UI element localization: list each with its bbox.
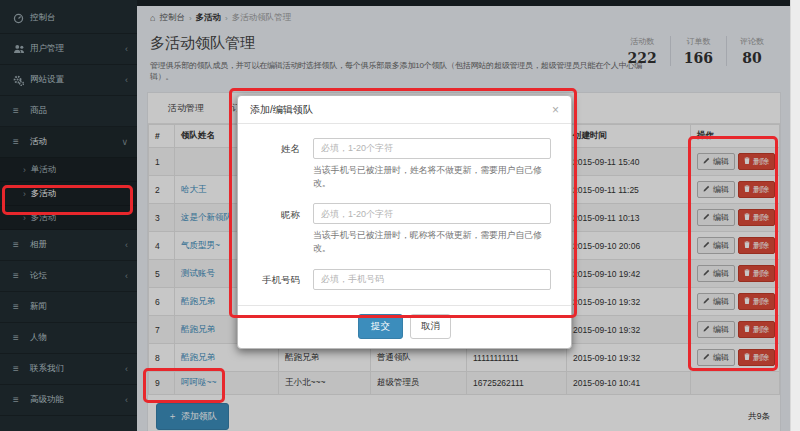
leader-name-link[interactable]: 酷跑兄弟 <box>181 324 215 334</box>
edit-button[interactable]: 编辑 <box>697 153 735 170</box>
field-label: 手机号码 <box>252 268 300 290</box>
chevron-icon: ‹ <box>125 75 128 85</box>
chevron-icon: ‹ <box>125 271 128 281</box>
sidebar-subitem-label: 单活动 <box>31 164 57 176</box>
cell-index: 4 <box>149 232 175 260</box>
cell-created-time: 2015-09-10 19:32 <box>567 316 691 344</box>
menu-icon: ≡ <box>13 333 30 343</box>
leader-name-link[interactable]: 气质型男~ <box>181 240 220 250</box>
delete-button[interactable]: 删除 <box>738 209 775 226</box>
sidebar-item-forum[interactable]: ≡论坛‹ <box>0 261 137 292</box>
leader-name-link[interactable]: 酷跑兄弟 <box>181 296 215 306</box>
chevron-icon: ‹ <box>125 395 128 405</box>
delete-button[interactable]: 删除 <box>738 265 775 282</box>
trash-icon <box>744 297 750 306</box>
menu-icon: ≡ <box>13 271 30 281</box>
cell-actions <box>691 372 780 395</box>
breadcrumb-separator: › <box>189 14 192 23</box>
phone-input[interactable] <box>313 269 551 290</box>
content-header: ⌂控制台›多活动›多活动领队管理 多活动领队管理 管理俱乐部的领队成员，并可以在… <box>137 6 800 82</box>
stat-value: 166 <box>684 50 713 66</box>
menu-icon: ≡ <box>13 364 30 374</box>
menu-icon: ≡ <box>13 240 30 250</box>
field-control: 当该手机号已被注册时，昵称将不做更新，需要用户自己修改。 <box>313 203 551 256</box>
edit-button[interactable]: 编辑 <box>697 181 735 198</box>
sidebar-item-user-management[interactable]: 用户管理‹ <box>0 34 137 65</box>
chevron-icon: ∨ <box>121 137 128 147</box>
cell-actions: 编辑删除 <box>691 204 780 232</box>
sidebar-item-multi-activity[interactable]: ›多活动 <box>0 182 137 206</box>
sidebar-item-people[interactable]: ≡人物 <box>0 323 137 354</box>
stat-label: 评论数 <box>740 36 764 47</box>
add-leader-button[interactable]: ＋ 添加领队 <box>156 403 229 430</box>
column-header: 创建时间 <box>567 125 691 148</box>
menu-icon: ≡ <box>13 395 30 405</box>
sidebar-item-activity[interactable]: ≡活动∨ <box>0 127 137 158</box>
breadcrumb-item[interactable]: 控制台 <box>159 12 185 24</box>
edit-button[interactable]: 编辑 <box>697 265 735 282</box>
cell-index: 8 <box>149 344 175 372</box>
sidebar-item-news[interactable]: ≡新闻 <box>0 292 137 323</box>
edit-button[interactable]: 编辑 <box>697 321 735 338</box>
tab-activity-management[interactable]: 活动管理 <box>154 93 218 123</box>
delete-button[interactable]: 删除 <box>738 181 775 198</box>
trash-icon <box>744 269 750 278</box>
breadcrumb-item[interactable]: 多活动 <box>196 12 222 24</box>
edit-button[interactable]: 编辑 <box>697 209 735 226</box>
cell-created-time: 2015-09-10 10:41 <box>567 372 691 395</box>
sidebar: 控制台用户管理‹网站设置‹≡商品≡活动∨›单活动›多活动›多活动≡相册‹≡论坛‹… <box>0 0 137 431</box>
cell-index: 1 <box>149 148 175 176</box>
field-label: 姓名 <box>252 137 300 190</box>
pencil-icon <box>703 241 710 250</box>
leader-name-link[interactable]: 这是个新领队 <box>181 212 232 222</box>
page-description: 管理俱乐部的领队成员，并可以在编辑活动时选择领队，每个俱乐部最多添加10个领队（… <box>150 60 660 82</box>
sidebar-item-contact-us[interactable]: ≡联系我们‹ <box>0 354 137 385</box>
delete-button[interactable]: 删除 <box>738 293 775 310</box>
scrollbar[interactable] <box>790 0 800 431</box>
field-help-text: 当该手机号已被注册时，昵称将不做更新，需要用户自己修改。 <box>313 229 551 255</box>
pencil-icon <box>703 213 710 222</box>
form-row-phone: 手机号码 <box>252 268 551 290</box>
sidebar-item-dashboard[interactable]: 控制台 <box>0 3 137 34</box>
sidebar-item-label: 人物 <box>30 332 128 344</box>
leader-name-link[interactable]: 测试账号 <box>181 268 215 278</box>
cell-created-time: 2015-09-10 19:42 <box>567 260 691 288</box>
pencil-icon <box>703 157 710 166</box>
nickname-input[interactable] <box>313 203 551 224</box>
sidebar-item-label: 相册 <box>30 239 125 251</box>
stat-item: 评论数80 <box>726 36 777 66</box>
stat-value: 222 <box>628 50 657 66</box>
delete-button[interactable]: 删除 <box>738 237 775 254</box>
delete-button[interactable]: 删除 <box>738 349 775 366</box>
pencil-icon <box>703 297 710 306</box>
sidebar-item-album[interactable]: ≡相册‹ <box>0 230 137 261</box>
delete-button[interactable]: 删除 <box>738 321 775 338</box>
leader-name-link[interactable]: 酷跑兄弟 <box>181 352 215 362</box>
leader-name-link[interactable]: 呵呵哒~~ <box>181 377 216 387</box>
sidebar-item-multi-activity-2[interactable]: ›多活动 <box>0 206 137 230</box>
submit-button[interactable]: 提交 <box>358 314 403 339</box>
sidebar-item-label: 论坛 <box>30 270 125 282</box>
stats-panel: 活动数222订单数166评论数80 <box>615 36 777 66</box>
cell-nickname: 王小北~~~ <box>279 372 371 395</box>
sidebar-item-label: 网站设置 <box>30 74 125 86</box>
leader-name-link[interactable]: 哈大王 <box>181 184 207 194</box>
sidebar-subitem-label: 多活动 <box>31 212 57 224</box>
sidebar-item-site-settings[interactable]: 网站设置‹ <box>0 65 137 96</box>
home-icon: ⌂ <box>150 13 155 23</box>
edit-button[interactable]: 编辑 <box>697 237 735 254</box>
sidebar-item-single-activity[interactable]: ›单活动 <box>0 158 137 182</box>
edit-button[interactable]: 编辑 <box>697 293 735 310</box>
cancel-button[interactable]: 取消 <box>410 314 451 339</box>
name-input[interactable] <box>313 138 551 159</box>
cell-actions: 编辑删除 <box>691 148 780 176</box>
pencil-icon <box>703 325 710 334</box>
close-icon[interactable]: × <box>552 104 559 116</box>
sidebar-item-advanced[interactable]: ≡高级功能‹ <box>0 385 137 416</box>
trash-icon <box>744 353 750 362</box>
sidebar-item-goods[interactable]: ≡商品 <box>0 96 137 127</box>
stat-item: 订单数166 <box>670 36 726 66</box>
edit-button[interactable]: 编辑 <box>697 349 735 366</box>
sidebar-item-label: 控制台 <box>30 12 128 24</box>
delete-button[interactable]: 删除 <box>738 153 775 170</box>
